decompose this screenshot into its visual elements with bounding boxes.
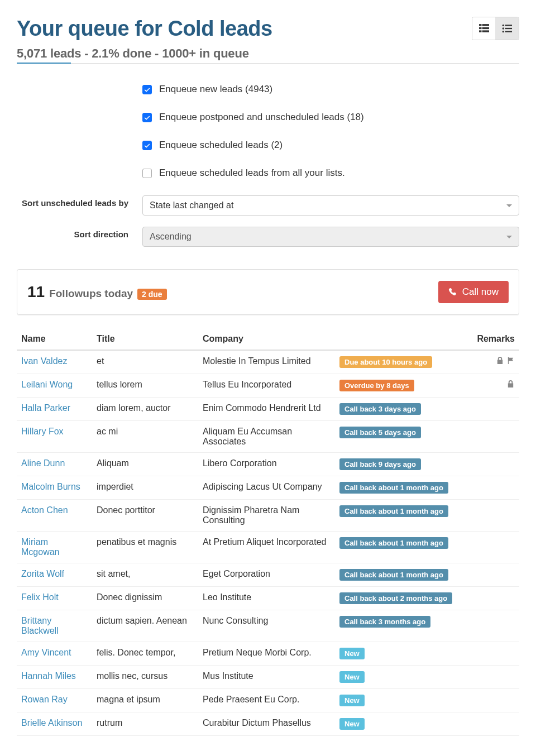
status-badge: Call back 9 days ago	[339, 458, 421, 470]
lead-title: tellus lorem	[92, 374, 198, 398]
lead-company: Libero Corporation	[198, 453, 335, 476]
lead-name-link[interactable]: Brielle Atkinson	[21, 718, 82, 728]
status-badge: New	[339, 695, 365, 706]
svg-rect-11	[505, 31, 512, 32]
status-badge: Call back 3 days ago	[339, 403, 421, 415]
chevron-down-icon	[506, 236, 512, 238]
lead-name-link[interactable]: Aline Dunn	[21, 458, 65, 468]
lead-title: felis. Donec tempor,	[92, 642, 198, 666]
lead-name-link[interactable]: Brittany Blackwell	[21, 616, 59, 635]
lead-title: rutrum	[92, 712, 198, 736]
lead-name-link[interactable]: Hannah Miles	[21, 671, 76, 681]
svg-rect-0	[479, 24, 482, 26]
lead-name-link[interactable]: Miriam Mcgowan	[21, 537, 59, 557]
lead-title: Donec porttitor	[92, 500, 198, 532]
lead-remarks	[469, 610, 519, 642]
sort-direction-select[interactable]: Ascending	[142, 227, 519, 247]
lead-name-link[interactable]: Malcolm Burns	[21, 482, 80, 491]
lead-remarks	[469, 563, 519, 587]
call-now-button[interactable]: Call now	[438, 281, 509, 303]
sort-direction-label: Sort direction	[17, 227, 142, 247]
lead-title: magna et ipsum	[92, 689, 198, 712]
status-badge: New	[339, 718, 365, 730]
col-title: Title	[92, 328, 198, 350]
table-row: Malcolm BurnsimperdietAdipiscing Lacus U…	[17, 476, 519, 500]
enqueue-scheduled-checkbox[interactable]	[142, 141, 152, 150]
lead-title: mollis nec, cursus	[92, 666, 198, 689]
lead-company: At Pretium Aliquet Incorporated	[198, 532, 335, 563]
lead-title: et	[92, 350, 198, 374]
lead-remarks	[469, 532, 519, 563]
page-title: Your queue for Cold leads	[17, 17, 272, 41]
lead-name-link[interactable]: Halla Parker	[21, 403, 70, 413]
enqueue-all-lists-checkbox[interactable]	[142, 169, 152, 178]
table-row: Brittany Blackwelldictum sapien. AeneanN…	[17, 610, 519, 642]
chevron-down-icon	[506, 204, 512, 207]
enqueue-postponed-checkbox[interactable]	[142, 113, 152, 122]
lead-remarks	[469, 500, 519, 532]
sort-direction-value: Ascending	[150, 232, 192, 242]
check-icon	[144, 142, 150, 149]
status-badge: Call back about 1 month ago	[339, 569, 448, 581]
status-badge: Call back about 1 month ago	[339, 505, 448, 517]
lead-remarks	[469, 689, 519, 712]
lead-remarks	[469, 398, 519, 421]
lead-company: Pede Praesent Eu Corp.	[198, 689, 335, 712]
lead-name-link[interactable]: Hillary Fox	[21, 427, 64, 436]
status-badge: New	[339, 671, 365, 683]
table-row: Felix HoltDonec dignissimLeo InstituteCa…	[17, 587, 519, 610]
status-badge: Call back about 1 month ago	[339, 482, 448, 494]
lead-remarks	[469, 421, 519, 453]
lead-remarks	[469, 666, 519, 689]
leads-table: Name Title Company Remarks Ivan Valdezet…	[17, 328, 519, 736]
lock-icon	[506, 380, 515, 388]
lead-name-link[interactable]: Rowan Ray	[21, 695, 68, 704]
lead-remarks	[469, 587, 519, 610]
enqueue-postponed-label: Enqueue postponed and unscheduled leads …	[159, 112, 364, 123]
status-badge: New	[339, 648, 365, 659]
view-grid-button[interactable]	[472, 17, 496, 40]
table-row: Aline DunnAliquamLibero CorporationCall …	[17, 453, 519, 476]
lead-company: Pretium Neque Morbi Corp.	[198, 642, 335, 666]
lead-company: Dignissim Pharetra Nam Consulting	[198, 500, 335, 532]
table-row: Amy Vincentfelis. Donec tempor,Pretium N…	[17, 642, 519, 666]
status-badge: Call back 3 months ago	[339, 616, 430, 628]
lead-name-link[interactable]: Ivan Valdez	[21, 356, 67, 366]
svg-rect-3	[482, 27, 489, 29]
status-badge: Call back about 1 month ago	[339, 537, 448, 549]
table-row: Zorita Wolfsit amet,Eget CorporationCall…	[17, 563, 519, 587]
lead-company: Adipiscing Lacus Ut Company	[198, 476, 335, 500]
followups-panel: 11 Followups today 2 due Call now	[17, 269, 519, 315]
lead-name-link[interactable]: Acton Chen	[21, 505, 68, 515]
table-row: Miriam Mcgowanpenatibus et magnisAt Pret…	[17, 532, 519, 563]
check-icon	[144, 87, 150, 93]
table-row: Acton ChenDonec porttitorDignissim Phare…	[17, 500, 519, 532]
lead-name-link[interactable]: Zorita Wolf	[21, 569, 64, 578]
list-icon	[502, 23, 512, 34]
lead-name-link[interactable]: Amy Vincent	[21, 648, 71, 657]
lead-company: Curabitur Dictum Phasellus	[198, 712, 335, 736]
svg-rect-9	[505, 28, 512, 29]
lead-company: Nunc Consulting	[198, 610, 335, 642]
svg-rect-7	[505, 25, 512, 26]
lead-company: Aliquam Eu Accumsan Associates	[198, 421, 335, 453]
sort-by-label: Sort unscheduled leads by	[17, 195, 142, 216]
lead-name-link[interactable]: Felix Holt	[21, 592, 59, 602]
lead-title: penatibus et magnis	[92, 532, 198, 563]
status-badge: Overdue by 8 days	[339, 380, 414, 391]
lead-company: Tellus Eu Incorporated	[198, 374, 335, 398]
enqueue-new-checkbox[interactable]	[142, 85, 152, 94]
col-status	[335, 328, 469, 350]
lead-company: Mus Institute	[198, 666, 335, 689]
followups-count: 11	[27, 283, 45, 301]
lead-remarks	[469, 374, 519, 398]
call-now-label: Call now	[462, 286, 499, 298]
table-row: Hannah Milesmollis nec, cursusMus Instit…	[17, 666, 519, 689]
lead-remarks	[469, 712, 519, 736]
sort-by-select[interactable]: State last changed at	[142, 195, 519, 216]
lead-title: Aliquam	[92, 453, 198, 476]
lead-name-link[interactable]: Leilani Wong	[21, 380, 73, 389]
view-list-button[interactable]	[495, 17, 519, 40]
view-toggle	[472, 17, 519, 40]
status-badge: Call back 5 days ago	[339, 427, 421, 438]
